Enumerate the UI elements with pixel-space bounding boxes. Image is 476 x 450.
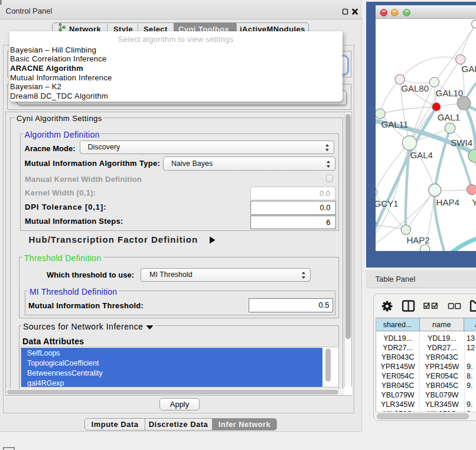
svg-text:GAL11: GAL11 <box>381 119 408 129</box>
svg-text:GAL10: GAL10 <box>435 87 463 97</box>
svg-text:HAP4: HAP4 <box>436 197 459 207</box>
svg-text:HAP2: HAP2 <box>406 234 429 244</box>
svg-text:Y: Y <box>471 197 476 207</box>
svg-text:GAL4: GAL4 <box>410 150 432 160</box>
svg-text:GAL: GAL <box>461 63 476 73</box>
svg-text:SWI4: SWI4 <box>451 138 472 148</box>
svg-text:GAL80: GAL80 <box>401 83 429 93</box>
svg-text:GAL1: GAL1 <box>437 112 459 122</box>
svg-text:GCY1: GCY1 <box>376 198 398 208</box>
